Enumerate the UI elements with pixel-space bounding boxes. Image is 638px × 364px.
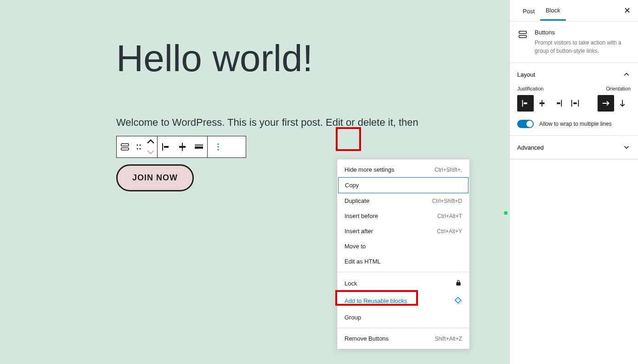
panel-title: Layout: [517, 71, 535, 78]
menu-label: Insert after: [344, 228, 373, 235]
menu-shortcut: Shift+Alt+Z: [435, 336, 462, 342]
menu-group[interactable]: Group: [337, 310, 469, 325]
justify-right-button[interactable]: [550, 95, 567, 112]
drag-handle-icon[interactable]: [133, 136, 144, 157]
panel-title: Advanced: [517, 144, 544, 151]
svg-rect-15: [455, 297, 461, 303]
svg-point-14: [218, 149, 219, 151]
menu-duplicate[interactable]: Duplicate Ctrl+Shift+D: [337, 193, 469, 208]
width-icon[interactable]: [191, 136, 207, 157]
svg-rect-17: [519, 31, 526, 34]
menu-move-to[interactable]: Move to: [337, 239, 469, 254]
menu-shortcut: Ctrl+Alt+T: [437, 213, 462, 219]
block-info: Buttons Prompt visitors to take action w…: [510, 22, 638, 63]
svg-rect-24: [557, 102, 560, 104]
layout-panel-toggle[interactable]: Layout: [510, 63, 638, 86]
svg-rect-0: [121, 144, 129, 146]
orientation-horizontal-button[interactable]: [598, 95, 614, 112]
justify-center-button[interactable]: [534, 95, 550, 112]
svg-rect-18: [519, 35, 526, 38]
svg-rect-22: [540, 102, 545, 104]
post-paragraph[interactable]: Welcome to WordPress. This is your first…: [116, 117, 509, 129]
buttons-block-icon: [517, 29, 528, 55]
svg-rect-19: [522, 100, 523, 107]
menu-insert-before[interactable]: Insert before Ctrl+Alt+T: [337, 208, 469, 224]
align-icon[interactable]: [174, 136, 191, 157]
svg-point-2: [137, 145, 138, 146]
svg-rect-26: [578, 100, 579, 107]
status-dot: [504, 211, 508, 215]
menu-label: Duplicate: [344, 197, 369, 204]
menu-label: Remove Buttons: [344, 335, 389, 342]
menu-remove[interactable]: Remove Buttons Shift+Alt+Z: [337, 331, 469, 346]
menu-shortcut: Ctrl+Shift+,: [435, 167, 462, 173]
orientation-label: Orientation: [606, 86, 631, 91]
chevron-up-icon: [622, 70, 631, 78]
justify-space-button[interactable]: [567, 95, 583, 112]
lock-icon: [455, 279, 462, 288]
menu-label: Hide more settings: [344, 166, 394, 173]
menu-add-reusable[interactable]: Add to Reusable blocks: [337, 292, 469, 310]
advanced-panel: Advanced: [510, 136, 638, 159]
svg-rect-10: [195, 145, 203, 146]
post-title[interactable]: Hello world!: [116, 37, 509, 80]
menu-copy[interactable]: Copy: [338, 177, 469, 193]
tab-block[interactable]: Block: [540, 0, 566, 21]
justify-left-button[interactable]: [517, 95, 534, 112]
menu-label: Insert before: [344, 213, 378, 219]
menu-shortcut: Ctrl+Shift+D: [432, 198, 462, 204]
svg-rect-9: [179, 146, 186, 148]
move-updown-icon[interactable]: [144, 136, 157, 157]
menu-edit-html[interactable]: Edit as HTML: [337, 254, 469, 269]
block-name: Buttons: [535, 29, 631, 36]
reusable-icon: [454, 296, 462, 306]
justify-left-icon[interactable]: [158, 136, 174, 157]
block-options-menu: Hide more settings Ctrl+Shift+, Copy Dup…: [337, 159, 470, 349]
svg-rect-25: [571, 100, 572, 107]
justification-label: Justification: [517, 86, 543, 91]
svg-rect-11: [195, 146, 203, 149]
menu-lock[interactable]: Lock: [337, 275, 469, 292]
menu-label: Copy: [345, 182, 359, 189]
svg-point-12: [218, 144, 219, 145]
svg-point-3: [140, 145, 141, 146]
wrap-toggle-label: Allow to wrap to multiple lines: [539, 121, 611, 127]
layout-panel: Layout Justification Orientation: [510, 63, 638, 136]
svg-point-4: [137, 148, 138, 150]
close-icon[interactable]: ✕: [624, 6, 631, 16]
svg-rect-7: [164, 146, 169, 148]
orientation-vertical-button[interactable]: [614, 95, 631, 112]
menu-label: Add to Reusable blocks: [344, 297, 407, 304]
sidebar-tabs: Post Block ✕: [510, 0, 638, 22]
editor-canvas: Hello world! Welcome to WordPress. This …: [0, 0, 509, 364]
svg-rect-20: [524, 102, 527, 104]
svg-rect-23: [561, 100, 562, 107]
block-type-icon[interactable]: [117, 136, 133, 157]
svg-point-13: [218, 146, 219, 148]
block-description: Prompt visitors to take action with a gr…: [535, 39, 631, 55]
highlight-annotation: [336, 127, 361, 151]
svg-point-5: [140, 148, 141, 150]
tab-post[interactable]: Post: [517, 1, 540, 20]
menu-hide-settings[interactable]: Hide more settings Ctrl+Shift+,: [337, 162, 469, 177]
menu-shortcut: Ctrl+Alt+Y: [437, 228, 462, 235]
advanced-panel-toggle[interactable]: Advanced: [510, 136, 638, 159]
menu-label: Move to: [344, 243, 366, 250]
join-now-button[interactable]: JOIN NOW: [116, 164, 194, 191]
svg-rect-27: [573, 102, 576, 104]
svg-rect-16: [456, 298, 462, 304]
settings-sidebar: Post Block ✕ Buttons Prompt visitors to …: [509, 0, 638, 364]
block-toolbar: [116, 136, 246, 158]
menu-insert-after[interactable]: Insert after Ctrl+Alt+Y: [337, 224, 469, 239]
wrap-toggle[interactable]: [517, 120, 534, 128]
more-options-icon[interactable]: [208, 136, 229, 157]
svg-rect-6: [162, 143, 163, 151]
chevron-down-icon: [622, 143, 631, 151]
menu-label: Group: [344, 314, 361, 321]
menu-label: Lock: [344, 280, 357, 287]
menu-label: Edit as HTML: [344, 258, 381, 265]
svg-rect-1: [121, 148, 129, 150]
